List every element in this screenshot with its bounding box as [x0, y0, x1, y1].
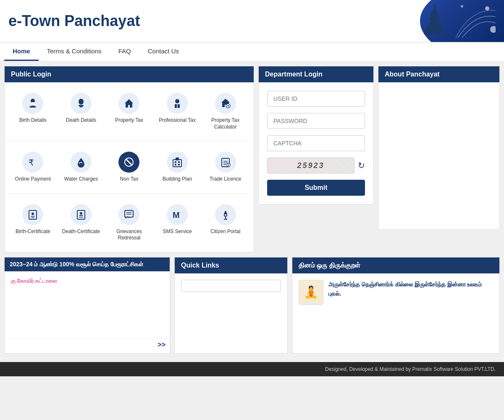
- quick-links-header: Quick Links: [175, 257, 287, 273]
- svg-rect-46: [77, 210, 85, 219]
- thirukkural-image: 🧘: [299, 280, 323, 305]
- property-tax-label: Property Tax: [115, 117, 143, 124]
- building-plan-icon: [167, 152, 188, 173]
- public-login-panel: Public Login Birth Details: [4, 66, 254, 253]
- svg-rect-30: [175, 161, 176, 163]
- building-plan-label: Building Plan: [163, 176, 192, 183]
- svg-rect-33: [178, 164, 180, 165]
- captcha-input[interactable]: [267, 135, 365, 151]
- ticker-footer[interactable]: >>: [5, 339, 170, 351]
- citizen-portal-icon: [215, 204, 236, 225]
- bottom-section: 2023–24 ம் ஆண்டு 100% வசூல் செய்த பேரூரா…: [0, 257, 504, 358]
- water-charges-label: Water Charges: [64, 176, 98, 183]
- password-input[interactable]: [267, 113, 365, 129]
- svg-rect-5: [431, 15, 438, 17]
- captcha-area: 25923 ↻: [267, 158, 365, 173]
- online-payment-icon: ₹: [22, 152, 43, 173]
- header: e-Town Panchayat: [0, 0, 504, 42]
- svg-text:M: M: [173, 210, 180, 220]
- online-payment-label: Online Payment: [15, 176, 51, 183]
- icon-water-charges[interactable]: Water Charges: [57, 145, 105, 189]
- dept-login-panel: Department Login 25923 ↻ Submit: [258, 66, 374, 205]
- about-header: About Panchayat: [378, 66, 499, 82]
- captcha-image: 25923: [267, 158, 354, 173]
- header-graphic: [416, 4, 496, 38]
- death-details-label: Death Details: [66, 117, 96, 124]
- sms-label: SMS Service: [163, 228, 192, 235]
- icon-property-tax-calc[interactable]: Property Tax Calculator: [201, 87, 249, 136]
- captcha-refresh-icon[interactable]: ↻: [358, 160, 365, 171]
- user-id-input[interactable]: [267, 91, 365, 107]
- svg-point-54: [225, 214, 226, 216]
- icons-row-3: Birth-Certificate Death-Certificate: [5, 194, 254, 252]
- ticker-header: 2023–24 ம் ஆண்டு 100% வசூல் செய்த பேரூரா…: [5, 257, 170, 271]
- property-tax-icon: [118, 93, 139, 114]
- quick-links-search[interactable]: [181, 280, 281, 292]
- birth-details-label: Birth Details: [19, 117, 47, 124]
- svg-rect-29: [173, 160, 181, 167]
- svg-rect-49: [125, 210, 133, 217]
- svg-point-14: [32, 102, 34, 105]
- captcha-value: 25923: [297, 161, 324, 170]
- svg-point-8: [431, 27, 433, 29]
- svg-text:₹: ₹: [29, 158, 34, 167]
- thirukkural-verse: அருள்சேர்ந்த நெஞ்சினார்க் கில்லை இருள்சே…: [328, 280, 493, 299]
- icon-professional-tax[interactable]: Professional Tax: [153, 87, 202, 136]
- nav-terms[interactable]: Terms & Conditions: [39, 42, 110, 61]
- icon-trade-licence[interactable]: Trade Licence: [201, 145, 249, 189]
- svg-marker-18: [125, 99, 133, 108]
- icon-birth-details[interactable]: Birth Details: [9, 87, 57, 136]
- public-login-header: Public Login: [5, 66, 254, 82]
- svg-rect-32: [175, 164, 176, 165]
- nav-faq[interactable]: FAQ: [110, 42, 139, 61]
- icon-citizen-portal[interactable]: Citizen Portal: [201, 198, 249, 248]
- icon-death-details[interactable]: Death Details: [57, 87, 105, 136]
- svg-point-9: [437, 27, 438, 29]
- icons-row-1: Birth Details Death Details: [5, 82, 254, 141]
- ticker-text: கு.கோவிர்.கட்டாளை: [11, 278, 57, 284]
- submit-button[interactable]: Submit: [267, 180, 365, 196]
- svg-rect-34: [176, 158, 179, 160]
- trade-licence-label: Trade Licence: [210, 176, 242, 183]
- nav-contact[interactable]: Contact Us: [139, 42, 187, 61]
- svg-point-10: [485, 6, 489, 10]
- svg-rect-4: [430, 18, 440, 21]
- ticker-content: கு.கோவிர்.கட்டாளை: [5, 271, 170, 339]
- dept-login-header: Department Login: [259, 66, 373, 82]
- professional-tax-label: Professional Tax: [159, 117, 196, 124]
- non-tax-label: Non Tax: [120, 176, 139, 183]
- ticker-panel: 2023–24 ம் ஆண்டு 100% வசூல் செய்த பேரூரா…: [4, 257, 170, 354]
- grievances-icon: [118, 204, 139, 225]
- icon-property-tax[interactable]: Property Tax: [105, 87, 153, 136]
- icon-birth-cert[interactable]: Birth-Certificate: [9, 198, 57, 248]
- icon-grievances[interactable]: Grievances Redressal: [105, 198, 153, 248]
- icon-building-plan[interactable]: Building Plan: [153, 145, 202, 189]
- icon-sms[interactable]: M SMS Service: [153, 198, 202, 248]
- footer-text: Designed, Developed & Maintained by Prem…: [325, 366, 496, 372]
- thirukkural-panel: தினம் ஒரு திருக்குறள் 🧘 அருள்சேர்ந்த நெஞ…: [292, 257, 500, 354]
- water-charges-icon: [71, 152, 92, 173]
- navigation: Home Terms & Conditions FAQ Contact Us: [0, 42, 504, 62]
- svg-rect-31: [178, 161, 180, 163]
- icon-online-payment[interactable]: ₹ Online Payment: [9, 145, 57, 189]
- grievances-label: Grievances Redressal: [107, 228, 151, 242]
- birth-icon: [22, 93, 43, 114]
- svg-point-12: [461, 5, 463, 8]
- icon-non-tax[interactable]: Non Tax: [105, 145, 153, 189]
- icons-row-2: ₹ Online Payment Water Charges: [5, 141, 254, 194]
- icon-death-cert[interactable]: Death-Certificate: [57, 198, 105, 248]
- property-tax-calc-label: Property Tax Calculator: [203, 117, 247, 130]
- main-content: Public Login Birth Details: [0, 62, 504, 257]
- thirukkural-content: 🧘 அருள்சேர்ந்த நெஞ்சினார்க் கில்லை இருள்…: [292, 273, 499, 311]
- death-cert-label: Death-Certificate: [62, 228, 100, 235]
- svg-point-11: [490, 26, 496, 33]
- death-icon: [71, 93, 92, 114]
- login-form: 25923 ↻ Submit: [259, 82, 373, 204]
- footer: Designed, Developed & Maintained by Prem…: [0, 362, 504, 376]
- svg-point-19: [175, 99, 179, 103]
- svg-point-15: [79, 99, 84, 105]
- svg-point-47: [80, 212, 82, 215]
- nav-home[interactable]: Home: [4, 42, 39, 61]
- trade-licence-icon: [215, 152, 236, 173]
- birth-cert-icon: [22, 204, 43, 225]
